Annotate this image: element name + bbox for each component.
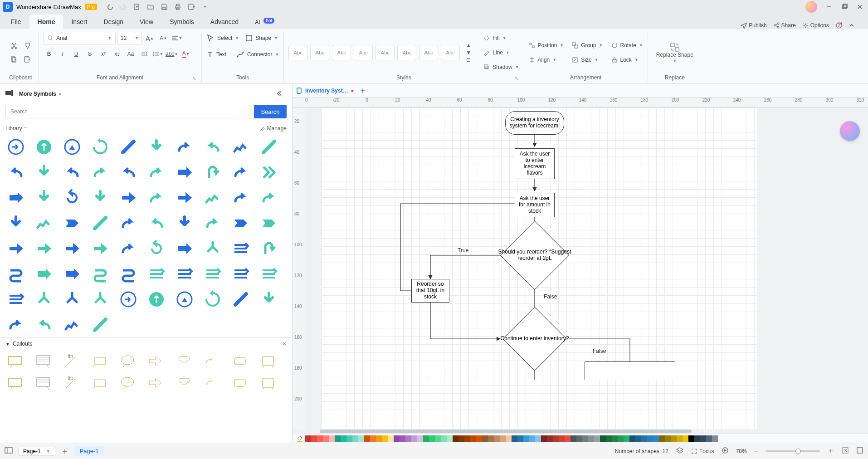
symbol-item[interactable] — [4, 314, 28, 336]
symbol-item[interactable] — [60, 238, 84, 259]
style-preset[interactable]: Abc — [332, 45, 351, 60]
symbol-item[interactable] — [88, 263, 112, 285]
callout-item[interactable]: tip — [60, 374, 84, 392]
help-button[interactable]: ? — [835, 22, 843, 29]
color-swatch[interactable] — [458, 435, 464, 442]
collapse-sidebar-button[interactable] — [274, 87, 287, 100]
style-preset[interactable]: Abc — [375, 45, 395, 60]
color-swatch[interactable] — [464, 435, 470, 442]
align-dropdown[interactable]: ▼ — [171, 32, 183, 44]
symbol-item[interactable] — [88, 238, 112, 259]
symbol-item[interactable] — [32, 136, 56, 158]
callout-item[interactable] — [32, 374, 56, 392]
symbol-item[interactable] — [257, 212, 281, 234]
export-button[interactable] — [187, 2, 196, 11]
symbol-item[interactable] — [4, 238, 28, 259]
text-tool[interactable]: Text — [206, 48, 226, 61]
color-swatch[interactable] — [565, 435, 571, 442]
symbol-item[interactable] — [257, 136, 281, 158]
symbol-item[interactable] — [4, 161, 28, 183]
symbol-item[interactable] — [172, 212, 197, 234]
symbol-item[interactable] — [116, 238, 141, 259]
color-swatch[interactable] — [400, 435, 405, 442]
minimize-button[interactable] — [824, 1, 834, 12]
callout-item[interactable] — [200, 352, 225, 371]
color-swatch[interactable] — [653, 435, 659, 442]
color-swatch[interactable] — [665, 435, 671, 442]
color-swatch[interactable] — [423, 435, 429, 442]
style-scroll-down[interactable]: ▼ — [463, 49, 474, 56]
font-color-button[interactable]: A▼ — [180, 48, 192, 60]
color-swatch[interactable] — [571, 435, 576, 442]
color-swatch[interactable] — [618, 435, 624, 442]
tab-insert[interactable]: Insert — [63, 15, 95, 29]
symbol-item[interactable] — [229, 187, 253, 209]
color-swatch[interactable] — [329, 435, 335, 442]
font-launcher[interactable]: ⤡ — [192, 76, 196, 81]
callout-item[interactable] — [4, 352, 28, 371]
open-button[interactable] — [146, 2, 155, 11]
symbol-item[interactable] — [116, 136, 141, 158]
tab-ai[interactable]: AI hot — [247, 15, 283, 29]
tab-design[interactable]: Design — [95, 15, 132, 29]
superscript-button[interactable]: x² — [98, 48, 109, 60]
process-reorder[interactable]: Reorder so that 10gL in stock — [411, 279, 449, 303]
fill-dropdown[interactable]: Fill▼ — [483, 32, 519, 44]
tab-file[interactable]: File — [3, 15, 29, 29]
underline-button[interactable]: U — [70, 48, 82, 60]
color-swatch[interactable] — [594, 435, 600, 442]
color-swatch[interactable] — [694, 435, 700, 442]
color-swatch[interactable] — [671, 435, 677, 442]
symbol-item[interactable] — [116, 288, 141, 310]
line-spacing-button[interactable] — [138, 48, 150, 60]
callout-item[interactable] — [88, 352, 112, 371]
close-callouts-button[interactable]: ✕ — [282, 341, 287, 347]
color-swatch[interactable] — [517, 435, 523, 442]
publish-button[interactable]: Publish — [741, 22, 766, 29]
library-label[interactable]: Library ⌃ — [5, 125, 27, 132]
new-button[interactable] — [132, 2, 141, 11]
symbol-item[interactable] — [172, 288, 197, 310]
symbol-item[interactable] — [144, 212, 169, 234]
color-swatch[interactable] — [688, 435, 694, 442]
symbol-item[interactable] — [200, 212, 225, 234]
symbol-item[interactable] — [88, 187, 112, 209]
color-swatch[interactable] — [476, 435, 482, 442]
color-swatch[interactable] — [388, 435, 394, 442]
restore-button[interactable] — [839, 1, 850, 12]
symbol-item[interactable] — [88, 288, 112, 310]
color-swatch[interactable] — [712, 435, 718, 442]
symbol-item[interactable] — [172, 238, 197, 259]
page-select[interactable]: Page-1▼ — [18, 447, 55, 456]
highlight-button[interactable]: abc▼ — [166, 48, 178, 60]
search-input[interactable]: Search — [5, 105, 254, 118]
symbol-item[interactable] — [60, 161, 84, 183]
color-swatch[interactable] — [582, 435, 588, 442]
callout-item[interactable] — [88, 374, 112, 392]
tab-advanced[interactable]: Advanced — [202, 15, 247, 29]
color-swatch[interactable] — [335, 435, 341, 442]
symbol-item[interactable] — [144, 161, 169, 183]
color-swatch[interactable] — [641, 435, 647, 442]
symbol-item[interactable] — [60, 187, 84, 209]
callout-item[interactable] — [144, 352, 169, 371]
callout-item[interactable] — [229, 374, 253, 392]
group-dropdown[interactable]: Group▼ — [572, 39, 603, 52]
symbol-item[interactable] — [257, 161, 281, 183]
color-swatch[interactable] — [394, 435, 400, 442]
color-swatch[interactable] — [635, 435, 641, 442]
color-swatch[interactable] — [488, 435, 494, 442]
symbol-item[interactable] — [229, 136, 253, 158]
symbol-item[interactable] — [4, 212, 28, 234]
symbol-item[interactable] — [229, 212, 253, 234]
symbol-item[interactable] — [257, 238, 281, 259]
symbol-item[interactable] — [116, 212, 141, 234]
color-swatch[interactable] — [529, 435, 535, 442]
page-tab[interactable]: Page-1 — [74, 446, 104, 456]
bold-button[interactable]: B — [43, 48, 55, 60]
format-painter-button[interactable] — [22, 40, 34, 52]
color-swatch[interactable] — [588, 435, 594, 442]
zoom-out-button[interactable]: − — [754, 447, 758, 455]
add-page-button[interactable]: ＋ — [61, 446, 69, 457]
symbol-item[interactable] — [172, 263, 197, 285]
